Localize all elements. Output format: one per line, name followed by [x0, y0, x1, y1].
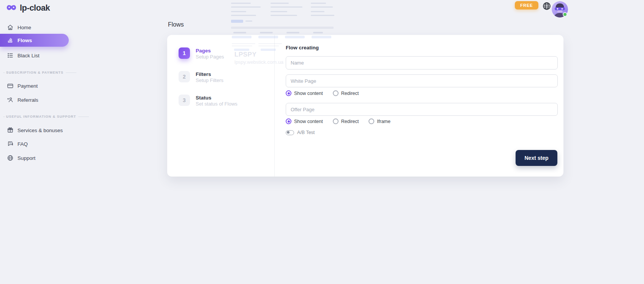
globe-icon	[7, 155, 14, 161]
flows-icon	[7, 37, 14, 44]
faq-bubble-icon: ?!	[7, 140, 14, 147]
brand-name: lp-cloak	[20, 3, 50, 13]
gift-icon	[7, 127, 14, 134]
step-3-title: Status	[196, 95, 211, 101]
radio-offer-show-content[interactable]: Show content	[286, 118, 323, 124]
radio-offer-redirect[interactable]: Redirect	[333, 118, 359, 124]
white-page-mode-group: Show content Redirect	[286, 90, 359, 96]
list-icon	[7, 52, 14, 59]
sidebar-item-faq[interactable]: ?! FAQ	[0, 139, 28, 148]
radio-white-show-content[interactable]: Show content	[286, 90, 323, 96]
credit-card-icon	[7, 82, 14, 89]
radio-unselected-icon	[333, 90, 339, 96]
toggle-knob-icon	[287, 131, 290, 134]
flow-name-input[interactable]	[286, 56, 558, 69]
sidebar-item-label: Black List	[17, 53, 40, 58]
radio-selected-icon	[286, 90, 291, 96]
referral-person-icon	[7, 96, 14, 103]
form-title: Flow creating	[286, 45, 319, 50]
radio-offer-iframe[interactable]: Iframe	[369, 118, 390, 124]
step-1-title: Pages	[196, 48, 211, 54]
step-2-badge[interactable]: 2	[179, 71, 190, 82]
sidebar-item-label: Home	[17, 25, 31, 30]
white-page-input[interactable]	[286, 74, 558, 87]
mask-icon	[6, 4, 17, 13]
page-title: Flows	[168, 21, 184, 28]
language-globe-icon[interactable]	[542, 2, 551, 11]
offer-page-input[interactable]	[286, 103, 558, 116]
radio-label: Redirect	[341, 119, 359, 124]
step-3-subtitle: Set status of Flows	[196, 101, 237, 107]
radio-label: Iframe	[377, 119, 390, 124]
home-icon	[7, 24, 14, 31]
sidebar-item-home[interactable]: Home	[0, 23, 31, 32]
ab-test-toggle[interactable]	[286, 130, 294, 135]
svg-text:?!: ?!	[9, 142, 11, 144]
next-step-button[interactable]: Next step	[516, 150, 557, 166]
radio-white-redirect[interactable]: Redirect	[333, 90, 359, 96]
sidebar-section-subscription: SUBSCRIPTION & PAYMENTS	[3, 71, 76, 74]
step-number: 1	[183, 50, 186, 56]
radio-label: Redirect	[341, 91, 359, 96]
sidebar-item-services-bonuses[interactable]: Services & bonuses	[0, 126, 63, 135]
radio-label: Show content	[294, 119, 323, 124]
ab-test-label: A/B Test	[297, 130, 315, 135]
radio-unselected-icon	[369, 118, 374, 124]
sidebar-item-support[interactable]: Support	[0, 153, 35, 163]
step-number: 2	[183, 74, 186, 80]
step-1-subtitle: Setup Pages	[196, 54, 224, 60]
step-2-title: Filters	[196, 71, 211, 77]
sidebar-item-referrals[interactable]: Referrals	[0, 95, 38, 104]
sidebar-item-flows[interactable]: Flows	[0, 34, 69, 47]
ab-test-toggle-row: A/B Test	[286, 130, 315, 135]
sidebar-item-black-list[interactable]: Black List	[0, 51, 40, 60]
offer-page-mode-group: Show content Redirect Iframe	[286, 118, 391, 124]
sidebar-item-label: Referrals	[17, 97, 38, 103]
sidebar-item-payment[interactable]: Payment	[0, 81, 38, 90]
column-divider	[274, 35, 275, 177]
plan-badge[interactable]: FREE	[515, 1, 538, 9]
sidebar-section-support: USEFUL INFORMATION & SUPPORT	[3, 115, 89, 118]
step-number: 3	[183, 97, 186, 103]
sidebar-item-label: Services & bonuses	[17, 128, 63, 133]
radio-selected-icon	[286, 118, 291, 124]
sidebar-item-label: Flows	[17, 38, 32, 43]
brand-logo: lp-cloak	[6, 3, 50, 13]
step-2-subtitle: Setup Filters	[196, 77, 223, 83]
radio-unselected-icon	[333, 118, 339, 124]
sidebar-item-label: Payment	[17, 83, 38, 89]
radio-label: Show content	[294, 91, 323, 96]
step-3-badge[interactable]: 3	[179, 95, 190, 106]
online-status-dot	[563, 12, 567, 17]
sidebar-item-label: Support	[17, 155, 35, 161]
step-1-badge[interactable]: 1	[179, 47, 190, 59]
sidebar-item-label: FAQ	[17, 141, 28, 147]
app-screen: lp-cloak Home Flows Black List SUBSCRIPT…	[0, 0, 644, 284]
flow-wizard-card: 1 Pages Setup Pages 2 Filters Setup Filt…	[167, 35, 563, 177]
